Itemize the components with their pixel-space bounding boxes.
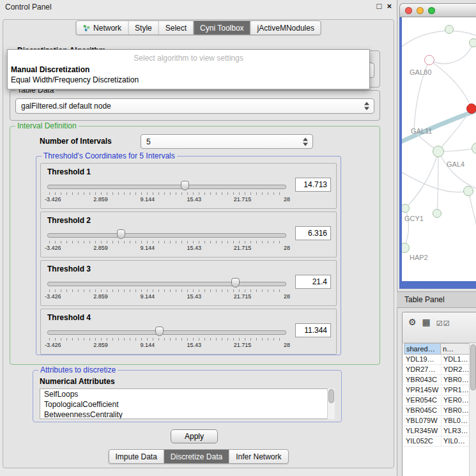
control-panel-titlebar: Control Panel □ × (0, 0, 397, 15)
tab-jactivemodules[interactable]: jActiveMNodules (250, 21, 321, 35)
apply-button[interactable]: Apply (171, 429, 218, 443)
scale-label: 21.715 (234, 342, 252, 348)
table-scrollbar[interactable] (469, 343, 476, 476)
slider-track[interactable] (47, 233, 286, 238)
threshold-slider[interactable]: -3.4262.8599.14415.4321.71528 (47, 276, 286, 303)
network-node[interactable] (433, 146, 444, 157)
network-node[interactable] (401, 204, 410, 213)
attribute-item[interactable]: TopologicalCoefficient (40, 399, 334, 410)
table-row[interactable]: YIL052CYIL0… (404, 436, 470, 447)
slider-track[interactable] (47, 330, 286, 335)
scale-label: -3.426 (45, 196, 61, 203)
network-view-window: GAL80GAL11GAL4GCY1HAP2 (399, 3, 476, 289)
threshold-value-field[interactable]: 11.344 (295, 323, 331, 337)
tab-label: Discretize Data (171, 452, 222, 461)
network-node[interactable] (399, 243, 410, 253)
number-of-intervals-combobox[interactable]: 5 (141, 134, 313, 149)
table-toolbar: ⚙ ▦ ☑☑ (403, 312, 476, 343)
threshold-slider[interactable]: -3.4262.8599.14415.4321.71528 (47, 227, 286, 254)
table-cell: YDL1… (441, 355, 470, 365)
tab-label: jActiveMNodules (257, 24, 314, 33)
attributes-scrollbar-thumb[interactable] (328, 389, 334, 403)
close-window-icon[interactable]: × (387, 1, 392, 11)
table-cell: YBR045C (404, 406, 441, 416)
node-table-window: ⚙ ▦ ☑☑ shared… n… YDL19…YDL1…YDR27…YDR2…… (402, 312, 476, 476)
cyni-mode-tabs: Impute Data Discretize Data Infer Networ… (108, 449, 288, 464)
tab-style[interactable]: Style (128, 21, 158, 35)
table-row[interactable]: YLR345WYLR3… (404, 426, 470, 436)
interval-definition-group: Interval Definition Number of Intervals … (10, 126, 380, 365)
slider-track[interactable] (47, 282, 286, 286)
table-cell: YER0… (441, 395, 470, 406)
network-node[interactable] (463, 186, 473, 196)
table-cell: YER054C (404, 395, 441, 406)
attribute-item[interactable]: BetweennessCentrality (40, 410, 334, 419)
network-node[interactable] (424, 55, 434, 65)
node-table-body: YDL19…YDL1…YDR27…YDR2…YBR043CYBR0…YPR145… (404, 355, 470, 476)
control-panel-body: Discretization Algorithm Select algorith… (3, 19, 394, 468)
numerical-attributes-list[interactable]: SelfLoopsTopologicalCoefficientBetweenne… (40, 388, 335, 419)
zoom-button[interactable] (428, 7, 435, 14)
tab-impute-data[interactable]: Impute Data (109, 450, 163, 463)
threshold-value-field[interactable]: 21.4 (295, 275, 331, 289)
network-node[interactable] (445, 25, 454, 34)
tab-label: Style (135, 24, 152, 33)
slider-thumb[interactable] (181, 181, 189, 190)
threshold-value-field[interactable]: 6.316 (295, 226, 331, 240)
minimize-button[interactable] (417, 7, 424, 14)
scale-label: 15.43 (187, 342, 202, 348)
table-row[interactable]: YBL079WYBL0… (404, 416, 470, 426)
network-node-label: GAL80 (410, 68, 431, 76)
table-row[interactable]: YER054CYER0… (404, 395, 470, 406)
table-row[interactable]: YPR145WYPR1… (404, 385, 470, 395)
table-row[interactable]: YDL19…YDL1… (404, 355, 470, 365)
tab-network[interactable]: Network (76, 21, 128, 35)
threshold-value-field[interactable]: 14.713 (295, 178, 331, 192)
network-view[interactable]: GAL80GAL11GAL4GCY1HAP2 (399, 17, 476, 289)
dropdown-option-manual[interactable]: Manual Discretization (8, 65, 369, 75)
table-row[interactable]: YBR043CYBR0… (404, 375, 470, 385)
column-header-shared-name[interactable]: shared… (404, 343, 441, 355)
interval-definition-group-label: Interval Definition (15, 121, 79, 130)
table-cell: YDR27… (404, 365, 441, 375)
dropdown-option-equal-width[interactable]: Equal Width/Frequency Discretization (8, 75, 369, 85)
threshold-slider[interactable]: -3.4262.8599.14415.4321.71528 (47, 179, 286, 206)
select-columns-icon[interactable]: ☑☑ (436, 317, 450, 328)
attributes-scrollbar[interactable] (327, 388, 335, 419)
columns-icon[interactable]: ▦ (422, 317, 431, 327)
slider-track[interactable] (47, 185, 286, 189)
tab-infer-network[interactable]: Infer Network (229, 450, 288, 463)
scale-label: 9.144 (140, 196, 155, 203)
table-cell: YBL079W (404, 416, 441, 426)
network-window-titlebar[interactable] (399, 3, 476, 17)
scale-label: 28 (284, 293, 290, 300)
table-cell: YPR1… (441, 385, 470, 395)
table-row[interactable]: YDR27…YDR2… (404, 365, 470, 375)
number-of-intervals-value: 5 (146, 137, 151, 146)
table-data-combobox[interactable]: galFiltered.sif default node (15, 98, 374, 114)
dropdown-placeholder: Select algorithm to view settings (8, 53, 369, 65)
combo-stepper-icon (364, 102, 370, 111)
float-window-icon[interactable]: □ (377, 1, 382, 11)
column-header-name[interactable]: n… (441, 343, 470, 355)
network-node-label: HAP2 (410, 254, 428, 261)
attribute-item[interactable]: SelfLoops (40, 389, 334, 399)
network-node[interactable] (469, 38, 476, 47)
gear-icon[interactable]: ⚙ (408, 317, 417, 327)
table-cell: YLR345W (404, 426, 441, 436)
slider-thumb[interactable] (155, 326, 164, 336)
scale-label: -3.426 (45, 245, 61, 251)
tab-select[interactable]: Select (158, 21, 193, 35)
slider-thumb[interactable] (117, 229, 125, 239)
table-cell: YIL052C (404, 436, 441, 447)
close-button[interactable] (405, 7, 412, 14)
slider-ticks (49, 338, 284, 341)
table-row[interactable]: YBR045CYBR0… (404, 406, 470, 416)
network-node[interactable] (466, 104, 476, 114)
network-node[interactable] (433, 209, 441, 218)
threshold-slider[interactable]: -3.4262.8599.14415.4321.71528 (47, 325, 286, 351)
tab-discretize-data[interactable]: Discretize Data (164, 450, 229, 463)
slider-scale: -3.4262.8599.14415.4321.71528 (45, 245, 290, 251)
table-scrollbar-thumb[interactable] (470, 344, 476, 390)
tab-cyni-toolbox[interactable]: Cyni Toolbox (193, 21, 250, 35)
